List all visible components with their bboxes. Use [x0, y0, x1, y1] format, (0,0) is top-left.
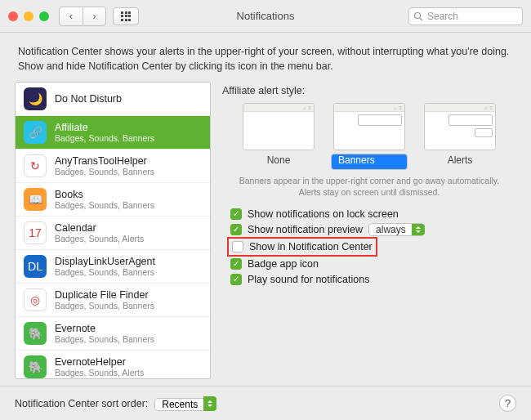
app-list[interactable]: 🌙Do Not Disturb🔗AffiliateBadges, Sounds,… [15, 82, 211, 379]
opt-badge: Badge app icon [230, 258, 516, 270]
back-button[interactable]: ‹ [60, 7, 83, 25]
app-icon: 📖 [24, 188, 47, 211]
opt-preview: Show notification preview always [230, 224, 516, 235]
sidebar-item[interactable]: DLDisplayLinkUserAgentBadges, Sounds, Ba… [16, 250, 210, 284]
search-input[interactable] [408, 7, 523, 25]
help-button[interactable]: ? [499, 395, 516, 412]
app-icon: 🐘 [24, 355, 47, 378]
app-subtitle: Badges, Sounds, Banners [55, 267, 155, 277]
footer: Notification Center sort order: Recents … [0, 386, 531, 420]
nav-buttons: ‹ › [59, 7, 106, 26]
show-all-button[interactable] [113, 7, 139, 25]
highlight-box: Show in Notification Center [227, 237, 377, 257]
sort-order-label: Notification Center sort order: [15, 398, 148, 409]
app-icon: 🐘 [24, 322, 47, 345]
forward-button[interactable]: › [83, 7, 105, 25]
alert-style-heading: Affiliate alert style: [222, 85, 516, 96]
app-name: Affiliate [55, 122, 154, 133]
sidebar-item[interactable]: 📖BooksBadges, Sounds, Banners [16, 183, 210, 217]
app-subtitle: Badges, Sounds, Banners [55, 334, 154, 344]
app-subtitle: Badges, Sounds, Banners [55, 200, 154, 210]
app-subtitle: Badges, Sounds, Banners [55, 133, 154, 143]
chevron-updown-icon [203, 396, 216, 411]
app-icon: ↻ [24, 154, 47, 177]
sidebar-item[interactable]: 🔗AffiliateBadges, Sounds, Banners [16, 116, 210, 150]
app-name: EvernoteHelper [55, 356, 144, 368]
alert-style-banners[interactable]: ⌕≡ Banners [331, 103, 408, 170]
sidebar-item[interactable]: 17CalendarBadges, Sounds, Alerts [16, 217, 210, 250]
sidebar-item[interactable]: 🐘EvernoteHelperBadges, Sounds, Alerts [16, 351, 210, 379]
sidebar-item[interactable]: ◎Duplicate File FinderBadges, Sounds, Ba… [16, 284, 210, 317]
app-icon: ◎ [24, 288, 47, 311]
app-subtitle: Badges, Sounds, Banners [55, 167, 154, 176]
options-group: Show notifications on lock screen Show n… [222, 208, 516, 285]
checkbox-sound[interactable] [230, 274, 242, 285]
minimize-icon[interactable] [24, 11, 33, 21]
app-name: Evernote [55, 323, 154, 334]
settings-panel: Affiliate alert style: ⌕≡ None ⌕≡ Banner… [222, 82, 516, 379]
sidebar-item[interactable]: 🌙Do Not Disturb [16, 83, 210, 116]
window-title: Notifications [237, 10, 295, 22]
opt-sound: Play sound for notifications [230, 274, 516, 285]
opt-lock-screen: Show notifications on lock screen [230, 208, 516, 220]
main-area: 🌙Do Not Disturb🔗AffiliateBadges, Sounds,… [0, 82, 531, 386]
description-text: Notification Center shows your alerts in… [0, 33, 531, 82]
alert-style-alerts[interactable]: ⌕≡ Alerts [424, 103, 496, 170]
svg-point-0 [415, 12, 421, 18]
chevron-updown-icon [412, 224, 425, 235]
sort-order-select[interactable]: Recents [154, 396, 216, 411]
app-name: Calendar [55, 222, 144, 234]
app-icon: 🔗 [24, 121, 47, 144]
sidebar-item[interactable]: 🐘EvernoteBadges, Sounds, Banners [16, 317, 210, 351]
alert-style-none[interactable]: ⌕≡ None [243, 103, 315, 170]
zoom-icon[interactable] [39, 11, 49, 21]
svg-line-1 [420, 18, 422, 20]
app-name: Books [55, 189, 154, 200]
checkbox-preview[interactable] [230, 224, 242, 235]
app-name: DisplayLinkUserAgent [55, 256, 155, 267]
app-name: AnyTransToolHelper [55, 155, 154, 167]
app-subtitle: Badges, Sounds, Alerts [55, 368, 144, 378]
preferences-window: ‹ › Notifications Notification Center sh… [0, 0, 531, 420]
opt-notification-center: Show in Notification Center [232, 241, 373, 252]
close-icon[interactable] [8, 11, 18, 21]
window-controls [8, 11, 49, 21]
app-name: Do Not Disturb [55, 93, 122, 105]
app-name: Duplicate File Finder [55, 289, 154, 301]
checkbox-notification-center[interactable] [232, 241, 243, 252]
titlebar: ‹ › Notifications [0, 0, 531, 33]
alert-style-row: ⌕≡ None ⌕≡ Banners ⌕≡ Alerts [222, 103, 516, 170]
app-subtitle: Badges, Sounds, Alerts [55, 234, 144, 244]
app-icon: 🌙 [24, 87, 47, 110]
search-icon [413, 11, 423, 21]
app-icon: DL [24, 255, 47, 278]
app-subtitle: Badges, Sounds, Banners [55, 301, 154, 311]
preview-select[interactable]: always [368, 224, 425, 235]
checkbox-lock-screen[interactable] [230, 208, 242, 220]
app-icon: 17 [24, 221, 47, 244]
search-wrap [408, 7, 523, 25]
sidebar-item[interactable]: ↻AnyTransToolHelperBadges, Sounds, Banne… [16, 150, 210, 183]
alert-style-hint: Banners appear in the upper-right corner… [222, 175, 516, 198]
grid-icon [121, 11, 131, 21]
checkbox-badge[interactable] [230, 258, 242, 270]
